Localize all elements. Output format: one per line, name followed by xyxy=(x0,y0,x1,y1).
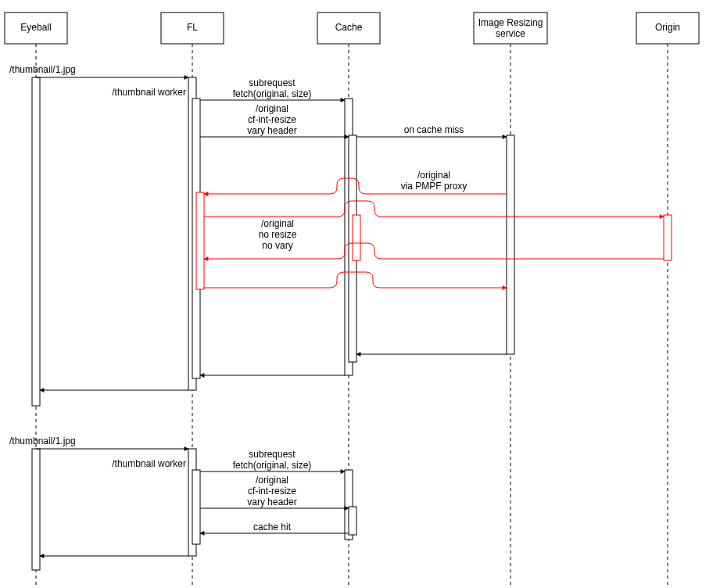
activation-eyeball-1 xyxy=(32,77,40,406)
activation-cache-pmpf xyxy=(353,215,360,260)
msg-worker-label: /thumbnail worker xyxy=(112,87,186,98)
msg-tocache-l3: vary header xyxy=(247,125,296,136)
participant-eyeball: Eyeball xyxy=(5,13,67,44)
msg-tocache-l2: cf-int-resize xyxy=(248,114,296,125)
participant-origin: Origin xyxy=(636,13,699,44)
msg-noresize-l2: no resize xyxy=(259,229,297,240)
activation-fl-pmpf xyxy=(196,192,204,289)
msg-subrequest2-l1: subrequest xyxy=(249,449,296,460)
msg-tocache2-l1: /original xyxy=(256,475,288,486)
msg-worker2-label: /thumbnail worker xyxy=(112,458,186,469)
participant-image-resizing-service: Image Resizing service xyxy=(474,13,547,44)
msg-cachehit-label: cache hit xyxy=(253,522,292,532)
participant-fl: FL xyxy=(161,13,224,44)
msg-tocache2-l3: vary header xyxy=(247,497,296,507)
participant-irs-label-1: Image Resizing xyxy=(478,17,543,28)
participant-irs-label-2: service xyxy=(496,28,525,39)
activation-irs-1 xyxy=(507,135,514,354)
participant-eyeball-label: Eyeball xyxy=(20,22,51,33)
activation-eyeball-2 xyxy=(32,449,40,570)
msg-tocache2-l2: cf-int-resize xyxy=(248,486,296,497)
msg-subrequest-l2: fetch(original, size) xyxy=(233,88,312,99)
activation-origin-pmpf xyxy=(664,215,672,260)
activation-fl-2b xyxy=(192,470,200,544)
participant-cache: Cache xyxy=(317,13,380,44)
participant-origin-label: Origin xyxy=(655,22,680,33)
msg-subrequest2-l2: fetch(original, size) xyxy=(233,460,312,471)
msg-pmpf-l2: via PMPF proxy xyxy=(401,181,467,192)
participant-cache-label: Cache xyxy=(335,22,363,33)
msg-subrequest-l1: subrequest xyxy=(249,77,296,88)
msg-tocache-l1: /original xyxy=(256,103,288,114)
msg-noresize-l1: /original xyxy=(261,218,294,229)
msg-req1-label: /thumbnail/1.jpg xyxy=(9,64,76,75)
msg-fl-to-origin xyxy=(204,201,664,217)
msg-req2-label: /thumbnail/1.jpg xyxy=(9,436,76,446)
msg-noresize-l3: no vary xyxy=(262,240,292,251)
sequence-diagram: Eyeball FL Cache Image Resizing service … xyxy=(0,0,720,588)
msg-cachemiss-label: on cache miss xyxy=(404,124,464,135)
participant-fl-label: FL xyxy=(187,22,198,33)
activation-cache-2b xyxy=(349,507,356,535)
msg-pmpf-l1: /original xyxy=(417,170,450,181)
